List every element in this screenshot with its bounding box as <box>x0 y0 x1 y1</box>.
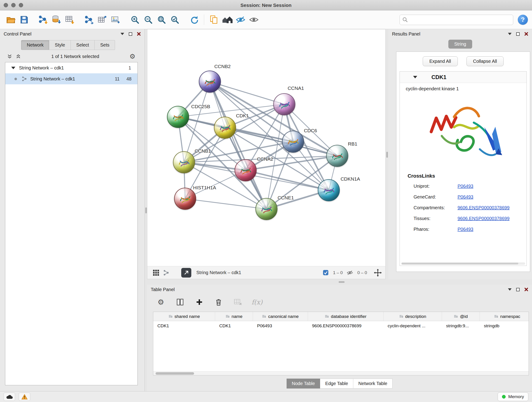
cloud-status-button[interactable] <box>4 393 15 401</box>
network-row-selected[interactable]: String Network – cdk1 11 48 <box>5 73 138 84</box>
table-cell[interactable]: 9606.ENSP00000378699 <box>308 321 384 331</box>
tab-network-table[interactable]: Network Table <box>353 379 393 389</box>
function-builder-button[interactable]: f(x) <box>252 297 262 307</box>
column-header[interactable]: @id <box>442 312 480 321</box>
network-node-ccnb2[interactable] <box>199 70 221 93</box>
float-panel-icon[interactable] <box>129 32 132 36</box>
hidden-eye-slash-icon[interactable] <box>346 270 353 276</box>
center-view-crosshair-icon[interactable] <box>374 269 382 277</box>
zoom-selected-button[interactable] <box>168 13 181 27</box>
delete-column-button[interactable] <box>214 297 224 307</box>
new-network-button[interactable] <box>82 13 96 27</box>
column-header[interactable]: namespac <box>480 312 529 321</box>
network-node-ccna2[interactable] <box>234 159 257 181</box>
network-canvas[interactable]: CCNB2CCNA1CDC25BCDK1CDC6RB1CCNB1CCNA2CDK… <box>147 29 385 266</box>
tab-sets[interactable]: Sets <box>95 40 115 50</box>
collection-expander-icon[interactable] <box>11 67 15 69</box>
table-cell[interactable]: CDK1 <box>153 321 215 331</box>
network-node-ccna1[interactable] <box>273 93 295 115</box>
network-node-cdc25b[interactable] <box>167 106 189 128</box>
warnings-button[interactable] <box>19 393 30 401</box>
open-session-button[interactable] <box>4 13 17 27</box>
table-cell[interactable]: CDK1 <box>215 321 253 331</box>
zoom-out-button[interactable] <box>142 13 155 27</box>
float-panel-icon[interactable] <box>516 32 520 36</box>
close-panel-icon[interactable] <box>524 287 528 292</box>
table-cell[interactable]: stringdb <box>480 321 529 331</box>
network-node-ccnb1[interactable] <box>173 151 195 173</box>
table-cell[interactable]: P06493 <box>253 321 308 331</box>
delete-table-button[interactable] <box>233 297 243 307</box>
vertical-splitter-handle[interactable] <box>386 152 388 158</box>
horizontal-splitter-handle[interactable] <box>339 281 345 283</box>
table-row[interactable]: CDK1CDK1P064939606.ENSP00000378699cyclin… <box>153 321 529 331</box>
save-session-button[interactable] <box>17 13 31 27</box>
expand-all-button[interactable]: Expand All <box>423 56 458 66</box>
entry-expander-icon[interactable] <box>413 76 417 78</box>
import-network-from-database-button[interactable] <box>50 13 63 27</box>
selected-checkbox-icon[interactable] <box>323 269 329 276</box>
tab-node-table[interactable]: Node Table <box>287 379 320 389</box>
column-header[interactable]: shared name <box>153 312 215 321</box>
zoom-fit-button[interactable] <box>155 13 168 27</box>
collapse-all-icon[interactable] <box>7 54 12 59</box>
network-edge[interactable] <box>210 82 266 209</box>
network-node-rb1[interactable] <box>326 145 348 167</box>
network-node-cdkn1a[interactable] <box>318 179 340 201</box>
string-home-button[interactable] <box>221 13 234 27</box>
help-button[interactable]: ? <box>518 15 528 25</box>
import-table-from-file-button[interactable] <box>63 13 76 27</box>
show-hidden-button[interactable] <box>247 13 260 27</box>
tab-string[interactable]: String <box>448 40 472 49</box>
panel-menu-icon[interactable] <box>508 288 512 291</box>
table-horizontal-scrollbar[interactable] <box>153 371 529 375</box>
column-header[interactable]: name <box>215 312 253 321</box>
vertical-splitter-handle[interactable] <box>145 207 147 213</box>
crosslink-link[interactable]: P06493 <box>457 184 473 189</box>
network-overview-button[interactable] <box>161 268 171 278</box>
import-network-from-file-button[interactable] <box>37 13 50 27</box>
search-input[interactable] <box>399 15 513 25</box>
gene-entry-header[interactable]: CDK1 <box>400 71 526 83</box>
network-edge[interactable] <box>210 82 284 104</box>
tab-network[interactable]: Network <box>21 40 49 50</box>
apply-layout-button[interactable] <box>187 13 201 27</box>
network-node-cdk1[interactable] <box>214 117 236 139</box>
table-cell[interactable]: cyclin-dependent ... <box>384 321 442 331</box>
tab-select[interactable]: Select <box>71 40 95 50</box>
crosslink-link[interactable]: 9606.ENSP00000378699 <box>457 205 510 211</box>
tab-style[interactable]: Style <box>49 40 70 50</box>
float-panel-icon[interactable] <box>516 288 520 291</box>
crosslink-link[interactable]: P06493 <box>457 227 473 232</box>
network-node-cdc6[interactable] <box>282 131 304 153</box>
column-header[interactable]: canonical name <box>253 312 308 321</box>
panel-menu-icon[interactable] <box>508 33 512 35</box>
network-node-hist1h1a[interactable] <box>174 188 196 210</box>
create-column-button[interactable] <box>194 297 204 307</box>
memory-button[interactable]: Memory <box>498 392 528 401</box>
export-image-button[interactable] <box>109 13 122 27</box>
tab-edge-table[interactable]: Edge Table <box>320 379 353 389</box>
entry-scrollbar[interactable] <box>401 262 525 265</box>
crosslink-link[interactable]: 9606.ENSP00000378699 <box>457 216 510 221</box>
close-panel-icon[interactable] <box>137 32 141 36</box>
birds-eye-view-button[interactable] <box>151 268 161 278</box>
column-header[interactable]: database identifier <box>308 312 384 321</box>
network-edge[interactable] <box>185 199 266 209</box>
crosslink-link[interactable]: P06493 <box>457 194 473 200</box>
network-node-ccne1[interactable] <box>255 198 278 220</box>
gear-icon[interactable]: ⚙ <box>129 53 135 60</box>
show-columns-button[interactable] <box>175 297 185 307</box>
export-view-button[interactable] <box>181 268 191 278</box>
panel-menu-icon[interactable] <box>120 33 124 35</box>
network-from-table-button[interactable] <box>96 13 109 27</box>
table-cell[interactable]: stringdb:9... <box>442 321 480 331</box>
expand-all-icon[interactable] <box>16 54 21 59</box>
column-header[interactable]: description <box>384 312 442 321</box>
copy-button[interactable] <box>207 13 221 27</box>
table-settings-button[interactable]: ⚙ <box>156 297 166 307</box>
collapse-all-button[interactable]: Collapse All <box>467 56 504 66</box>
network-collection-row[interactable]: String Network – cdk1 1 <box>5 62 138 73</box>
hide-selected-button[interactable] <box>234 13 247 27</box>
close-panel-icon[interactable] <box>524 32 528 36</box>
